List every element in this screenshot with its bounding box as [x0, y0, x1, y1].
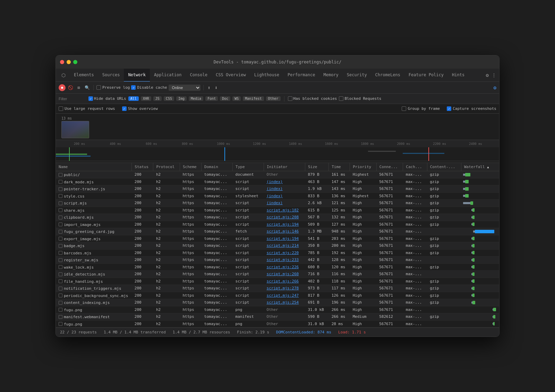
initiator-link[interactable]: (index) [267, 186, 283, 191]
preserve-log-checkbox[interactable]: Preserve log [96, 85, 130, 90]
col-header-type[interactable]: Type [233, 163, 264, 171]
col-header-initiator[interactable]: Initiator [264, 163, 305, 171]
export-icon[interactable]: ⬇ [213, 84, 219, 91]
initiator[interactable]: (index) [264, 178, 305, 185]
filter-input[interactable] [59, 97, 86, 101]
table-row[interactable]: script.mjs200h2httpstomayac...script(ind… [56, 200, 499, 207]
close-button[interactable] [60, 60, 64, 64]
initiator-link[interactable]: script.mjs:266 [267, 279, 299, 284]
initiator-link[interactable]: script.mjs:254 [267, 300, 299, 305]
table-row[interactable]: file_handling.mjs200h2httpstomayac...scr… [56, 278, 499, 285]
tab-hints[interactable]: Hints [448, 69, 469, 82]
initiator-link[interactable]: script.mjs:278 [267, 286, 299, 290]
initiator[interactable]: script.mjs:214 [264, 242, 305, 250]
cursor-icon[interactable]: ⬡ [59, 70, 68, 80]
maximize-button[interactable] [73, 60, 77, 64]
tab-application[interactable]: Application [150, 69, 186, 82]
import-icon[interactable]: ⬆ [206, 84, 212, 91]
initiator-link[interactable]: script.mjs:220 [267, 251, 299, 255]
row-checkbox[interactable] [59, 172, 64, 177]
row-checkbox[interactable] [59, 265, 64, 269]
initiator[interactable]: script.mjs:254 [264, 299, 305, 306]
row-checkbox[interactable] [59, 258, 64, 262]
record-button[interactable]: ● [59, 84, 66, 91]
initiator-link[interactable]: (index) [267, 201, 283, 205]
row-checkbox[interactable] [59, 293, 64, 298]
col-header-cache[interactable]: Cach... [403, 163, 427, 171]
filter-tag-js[interactable]: JS [153, 96, 162, 101]
table-row[interactable]: import_image.mjs200h2httpstomayac...scri… [56, 221, 499, 228]
initiator[interactable]: script.mjs:226 [264, 263, 305, 271]
initiator-link[interactable]: (index) [267, 194, 283, 198]
table-row[interactable]: fugu.png200h2httpstomayac...pngOther31.0… [56, 306, 499, 313]
col-header-domain[interactable]: Domain [202, 163, 233, 171]
tab-feature-policy[interactable]: Feature Policy [404, 69, 448, 82]
initiator[interactable]: script.mjs:278 [264, 285, 305, 292]
filter-tag-xhr[interactable]: XHR [141, 96, 151, 101]
filter-tag-other[interactable]: Other [266, 96, 281, 101]
initiator-link[interactable]: script.mjs:260 [267, 272, 299, 276]
table-row[interactable]: periodic_background_sync.mjs200h2httpsto… [56, 292, 499, 299]
large-rows-checkbox[interactable]: Use large request rows [59, 106, 115, 111]
initiator[interactable]: script.mjs:233 [264, 256, 305, 264]
initiator[interactable]: (index) [264, 200, 305, 207]
filter-tag-font[interactable]: Font [205, 96, 218, 101]
network-table-container[interactable]: Name Status Protocol Scheme Domain Type … [56, 163, 499, 328]
row-checkbox[interactable] [59, 272, 64, 276]
screenshot-thumbnail[interactable] [61, 121, 89, 138]
initiator[interactable]: script.mjs:266 [264, 278, 305, 285]
initiator[interactable]: script.mjs:247 [264, 292, 305, 299]
initiator-link[interactable]: script.mjs:233 [267, 258, 299, 262]
table-row[interactable]: share.mjs200h2httpstomayac...scriptscrip… [56, 207, 499, 214]
initiator[interactable]: script.mjs:260 [264, 271, 305, 278]
table-row[interactable]: wake_lock.mjs200h2httpstomayac...scripts… [56, 263, 499, 271]
row-checkbox[interactable] [59, 186, 64, 191]
row-checkbox[interactable] [59, 236, 64, 241]
clear-button[interactable]: 🚫 [67, 84, 74, 91]
initiator-link[interactable]: script.mjs:194 [267, 222, 299, 227]
table-row[interactable]: barcodes.mjs200h2httpstomayac...scriptsc… [56, 249, 499, 256]
hide-data-urls-checkbox[interactable]: ✓ Hide data URLs [88, 96, 126, 101]
col-header-protocol[interactable]: Protocol [153, 163, 180, 171]
initiator-link[interactable]: script.mjs:194 [267, 236, 299, 241]
tab-performance[interactable]: Performance [283, 69, 319, 82]
table-row[interactable]: register_sw.mjs200h2httpstomayac...scrip… [56, 256, 499, 264]
col-header-scheme[interactable]: Scheme [180, 163, 201, 171]
col-header-size[interactable]: Size [305, 163, 328, 171]
tab-elements[interactable]: Elements [70, 69, 98, 82]
row-checkbox[interactable] [59, 194, 64, 198]
initiator[interactable]: script.mjs:220 [264, 249, 305, 256]
table-row[interactable]: pointer-tracker.js200h2httpstomayac...sc… [56, 185, 499, 193]
filter-tag-manifest[interactable]: Manifest [243, 96, 264, 101]
network-overview-bar[interactable] [56, 147, 499, 161]
filter-tag-img[interactable]: Img [176, 96, 187, 101]
initiator-link[interactable]: script.mjs:226 [267, 265, 299, 269]
tab-chromelens[interactable]: ChromeLens [371, 69, 404, 82]
initiator-link[interactable]: script.mjs:182 [267, 208, 299, 212]
col-header-time[interactable]: Time [329, 163, 350, 171]
row-checkbox[interactable] [59, 322, 64, 326]
table-row[interactable]: idle_detection.mjs200h2httpstomayac...sc… [56, 271, 499, 278]
settings-gear-icon[interactable]: ⚙ [494, 85, 496, 90]
minimize-button[interactable] [67, 60, 71, 64]
table-row[interactable]: dark_mode.mjs200h2httpstomayac...script(… [56, 178, 499, 185]
tab-console[interactable]: Console [186, 69, 212, 82]
col-header-priority[interactable]: Priority [350, 163, 377, 171]
initiator[interactable]: script.mjs:146 [264, 228, 305, 235]
row-checkbox[interactable] [59, 243, 64, 248]
table-row[interactable]: public/200h2httpstomayac...documentOther… [56, 171, 499, 178]
row-checkbox[interactable] [59, 251, 64, 255]
filter-tag-media[interactable]: Media [189, 96, 203, 101]
table-row[interactable]: style.css200h2httpstomayac...stylesheet(… [56, 192, 499, 200]
filter-icon[interactable]: ⊞ [75, 84, 82, 91]
blocked-requests-checkbox[interactable]: Blocked Requests [339, 96, 381, 101]
initiator[interactable]: script.mjs:208 [264, 214, 305, 221]
table-row[interactable]: notification_triggers.mjs200h2httpstomay… [56, 285, 499, 292]
tab-lighthouse[interactable]: Lighthouse [250, 69, 283, 82]
disable-cache-checkbox[interactable]: ✓ Disable cache [131, 85, 167, 90]
filter-tag-css[interactable]: CSS [164, 96, 174, 101]
row-checkbox[interactable] [59, 307, 64, 312]
initiator[interactable]: script.mjs:182 [264, 207, 305, 214]
filter-tag-ws[interactable]: WS [232, 96, 241, 101]
filter-tag-doc[interactable]: Doc [220, 96, 230, 101]
